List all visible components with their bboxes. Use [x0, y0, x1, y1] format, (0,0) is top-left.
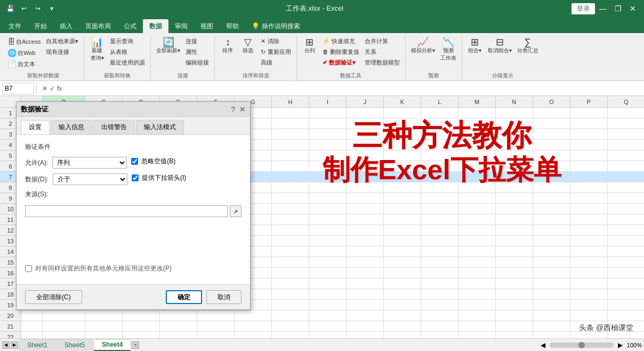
- cell-q11[interactable]: [608, 214, 644, 225]
- col-header-m[interactable]: M: [458, 96, 496, 108]
- other-source-button[interactable]: 自其他来源▾: [44, 36, 80, 46]
- existing-connection-button[interactable]: 现有连接: [44, 47, 80, 57]
- cell-m14[interactable]: [458, 246, 496, 257]
- cell-o18[interactable]: [533, 289, 570, 300]
- tab-insert[interactable]: 插入: [53, 19, 79, 33]
- cell-e21[interactable]: [160, 321, 197, 332]
- cell-l22[interactable]: [421, 332, 458, 338]
- sort-az-button[interactable]: ↕排序: [218, 36, 237, 55]
- cell-g22[interactable]: [235, 332, 272, 338]
- cell-h1[interactable]: [272, 108, 309, 118]
- cell-j6[interactable]: [347, 161, 384, 172]
- cell-p7[interactable]: [570, 172, 608, 182]
- cell-n5[interactable]: [496, 150, 533, 161]
- cell-o5[interactable]: [533, 150, 570, 161]
- properties-button[interactable]: 属性: [183, 47, 211, 57]
- allow-select[interactable]: 序列: [52, 157, 127, 169]
- confirm-formula-icon[interactable]: ✓: [50, 85, 55, 92]
- data-validation-dialog[interactable]: 数据验证 ? ✕ 设置 输入信息 出错警告 输入法模式 验证条件 允许(A): …: [16, 101, 251, 310]
- cell-o2[interactable]: [533, 118, 570, 129]
- scroll-right-icon[interactable]: ▶: [618, 341, 623, 349]
- cell-n21[interactable]: [496, 321, 533, 332]
- cell-h17[interactable]: [272, 278, 309, 289]
- cell-q4[interactable]: [608, 140, 644, 150]
- dialog-close-button[interactable]: ✕: [239, 105, 246, 114]
- undo-icon[interactable]: ↩: [18, 3, 30, 14]
- cancel-formula-icon[interactable]: ✕: [42, 85, 47, 92]
- login-button[interactable]: 登录: [571, 3, 595, 14]
- flash-fill-button[interactable]: ⚡ 快速填充: [320, 36, 361, 46]
- cell-o15[interactable]: [533, 257, 570, 268]
- connections-button[interactable]: 连接: [183, 36, 211, 46]
- cell-q7[interactable]: [608, 172, 644, 182]
- cell-n7[interactable]: [496, 172, 533, 182]
- sheet-tab-sheet4[interactable]: Sheet4: [94, 339, 131, 351]
- cell-k20[interactable]: [384, 310, 421, 321]
- cell-i19[interactable]: [309, 300, 347, 310]
- cell-n4[interactable]: [496, 140, 533, 150]
- cell-p3[interactable]: [570, 129, 608, 140]
- what-if-button[interactable]: 📈模拟分析▾: [409, 36, 437, 55]
- cell-c22[interactable]: [85, 332, 123, 338]
- cell-j1[interactable]: [347, 108, 384, 118]
- cell-p2[interactable]: [570, 118, 608, 129]
- cell-j18[interactable]: [347, 289, 384, 300]
- tab-search[interactable]: 💡操作说明搜索: [245, 19, 307, 33]
- cell-n14[interactable]: [496, 246, 533, 257]
- sheet-tab-sheet5[interactable]: Sheet5: [57, 339, 93, 351]
- cell-k8[interactable]: [384, 182, 421, 193]
- cell-n22[interactable]: [496, 332, 533, 338]
- cell-m20[interactable]: [458, 310, 496, 321]
- cell-l19[interactable]: [421, 300, 458, 310]
- cell-o7[interactable]: [533, 172, 570, 182]
- cell-n20[interactable]: [496, 310, 533, 321]
- forecast-sheet-button[interactable]: 📉预测工作表: [438, 36, 458, 63]
- cell-p19[interactable]: [570, 300, 608, 310]
- cell-g21[interactable]: [235, 321, 272, 332]
- cell-n16[interactable]: [496, 268, 533, 278]
- cell-q6[interactable]: [608, 161, 644, 172]
- cell-a20[interactable]: [21, 310, 43, 321]
- advanced-button[interactable]: 高级: [259, 58, 293, 68]
- cell-h11[interactable]: [272, 214, 309, 225]
- cell-k2[interactable]: [384, 118, 421, 129]
- cell-n1[interactable]: [496, 108, 533, 118]
- restore-button[interactable]: ❐: [611, 3, 625, 14]
- ignore-blank-input[interactable]: [131, 158, 138, 165]
- col-header-i[interactable]: I: [309, 96, 347, 108]
- cell-m12[interactable]: [458, 225, 496, 236]
- cell-l14[interactable]: [421, 246, 458, 257]
- cell-i20[interactable]: [309, 310, 347, 321]
- cell-m8[interactable]: [458, 182, 496, 193]
- cell-n12[interactable]: [496, 225, 533, 236]
- cell-j20[interactable]: [347, 310, 384, 321]
- cell-n3[interactable]: [496, 129, 533, 140]
- reapply-button[interactable]: ↻ 重新应用: [259, 47, 293, 57]
- cell-o20[interactable]: [533, 310, 570, 321]
- cell-m19[interactable]: [458, 300, 496, 310]
- cell-q17[interactable]: [608, 278, 644, 289]
- cell-m11[interactable]: [458, 214, 496, 225]
- cell-i3[interactable]: [309, 129, 347, 140]
- save-icon[interactable]: 💾: [4, 3, 16, 14]
- cell-q5[interactable]: [608, 150, 644, 161]
- cell-m10[interactable]: [458, 204, 496, 214]
- zoom-slider[interactable]: [550, 342, 614, 348]
- tab-data[interactable]: 数据: [143, 19, 168, 33]
- dialog-tab-ime-mode[interactable]: 输入法模式: [136, 120, 184, 134]
- provide-dropdown-input[interactable]: [132, 174, 139, 181]
- row-header-21[interactable]: 21: [0, 321, 21, 332]
- cell-h2[interactable]: [272, 118, 309, 129]
- cell-p9[interactable]: [570, 193, 608, 204]
- cell-i14[interactable]: [309, 246, 347, 257]
- cell-p20[interactable]: [570, 310, 608, 321]
- cell-p12[interactable]: [570, 225, 608, 236]
- group-button[interactable]: ⊞组合▾: [465, 36, 485, 55]
- subtotal-button[interactable]: ∑分类汇总: [515, 36, 541, 55]
- source-collapse-button[interactable]: ⇗: [230, 205, 241, 217]
- cell-p21[interactable]: [570, 321, 608, 332]
- cell-k16[interactable]: [384, 268, 421, 278]
- cell-l10[interactable]: [421, 204, 458, 214]
- tab-review[interactable]: 审阅: [168, 19, 194, 33]
- cell-q8[interactable]: [608, 182, 644, 193]
